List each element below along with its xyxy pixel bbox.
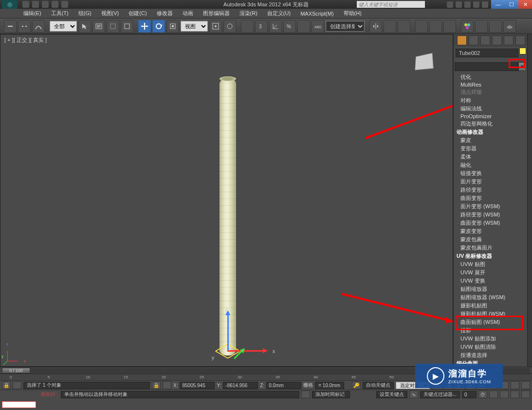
- info-icon[interactable]: [473, 1, 479, 8]
- window-maximize-button[interactable]: ☐: [505, 0, 518, 9]
- nav-max-button[interactable]: [521, 391, 530, 398]
- nav-zoomall-button[interactable]: [521, 381, 530, 389]
- setkey-button[interactable]: 设置关键点: [376, 391, 407, 398]
- modifier-item[interactable]: UVW 贴图清除: [454, 343, 527, 351]
- z-coord-input[interactable]: [266, 382, 301, 389]
- select-name-button[interactable]: [92, 20, 105, 33]
- menu-modifiers[interactable]: 修改器: [152, 9, 178, 18]
- modifier-item[interactable]: 曲面贴图 (WSM): [454, 318, 527, 326]
- modifier-item[interactable]: 按通道选择: [454, 351, 527, 359]
- link-button[interactable]: [4, 20, 17, 33]
- modifier-item[interactable]: 摄影机贴图: [454, 302, 527, 310]
- modifier-item[interactable]: UVW 贴图: [454, 260, 527, 268]
- modifier-item[interactable]: 蒙皮包裹面片: [454, 244, 527, 252]
- modifier-item[interactable]: 蒙皮变形: [454, 227, 527, 235]
- modifier-item[interactable]: 贴图缩放器 (WSM): [454, 293, 527, 302]
- add-time-tag[interactable]: 添加时间标记: [312, 391, 350, 398]
- hammer-icon[interactable]: [515, 36, 525, 45]
- unlink-button[interactable]: [18, 20, 31, 33]
- align-button[interactable]: [384, 20, 396, 33]
- edged-faces-icon[interactable]: [469, 36, 478, 45]
- nav-pan-button[interactable]: [489, 381, 498, 389]
- lock-selection-button[interactable]: 🔒: [2, 381, 11, 389]
- menu-edit[interactable]: 编辑(E): [18, 9, 46, 18]
- graphite-button[interactable]: [415, 20, 428, 33]
- modifier-list[interactable]: 优化MultiRes顶点焊接对称编辑法线ProOptimizer四边形网格化动画…: [454, 72, 527, 367]
- object-name-field[interactable]: Tube002: [456, 49, 518, 57]
- viewport[interactable]: [ + ][ 正交 ][ 真实 ] z x y z x y: [0, 34, 453, 367]
- modifier-item[interactable]: 优化: [454, 73, 527, 81]
- select-region-button[interactable]: [107, 20, 119, 33]
- help-search-input[interactable]: [357, 1, 425, 8]
- snap-toggle-button[interactable]: 3: [255, 20, 268, 33]
- modifier-item[interactable]: 投影: [454, 326, 527, 335]
- modifier-item[interactable]: ProOptimizer: [454, 113, 527, 120]
- bind-button[interactable]: [32, 20, 45, 33]
- current-frame-input[interactable]: [462, 391, 477, 398]
- tb-open-icon[interactable]: [32, 1, 39, 8]
- nav-dolly-button[interactable]: [500, 391, 509, 398]
- view-icon[interactable]: [504, 36, 514, 45]
- menu-grapheditors[interactable]: 图形编辑器: [198, 9, 235, 18]
- modifier-item[interactable]: 路径变形: [454, 186, 527, 194]
- modifier-item[interactable]: UVW 展开: [454, 268, 527, 277]
- nav-fov-button[interactable]: [511, 381, 519, 389]
- panel-scrollbar[interactable]: [527, 34, 532, 367]
- app-logo[interactable]: ◎: [2, 0, 18, 9]
- percent-snap-button[interactable]: %: [283, 20, 296, 33]
- window-crossing-button[interactable]: [121, 20, 133, 33]
- modifier-item[interactable]: UVW 变换: [454, 277, 527, 285]
- modifier-item[interactable]: 贴图缩放器: [454, 285, 527, 293]
- render-button[interactable]: [503, 20, 516, 33]
- modifier-item[interactable]: 链接变换: [454, 169, 527, 178]
- layer-button[interactable]: [398, 20, 410, 33]
- menu-help[interactable]: 帮助(H): [339, 9, 367, 18]
- object-color-swatch[interactable]: [519, 48, 526, 54]
- timeline-ruler[interactable]: 051015202530354045505560: [0, 374, 532, 380]
- goto-start-button[interactable]: ⏮: [432, 381, 442, 390]
- key-mode-button[interactable]: 🔑: [352, 381, 361, 389]
- nav-walk-button[interactable]: [511, 391, 519, 398]
- x-coord-input[interactable]: [180, 382, 215, 389]
- key-filters-button[interactable]: 关键点过滤器...: [420, 391, 460, 398]
- time-slider-thumb[interactable]: 0 / 100: [2, 368, 30, 374]
- selection-filter-dropdown[interactable]: 全部: [50, 21, 77, 32]
- y-coord-input[interactable]: [223, 382, 258, 389]
- manipulate-button[interactable]: [223, 20, 236, 33]
- modifier-item[interactable]: 曲面变形: [454, 194, 527, 202]
- tb-redo-icon[interactable]: [61, 1, 68, 8]
- nav-orbit-button[interactable]: [489, 391, 498, 398]
- time-config-button[interactable]: ⏱: [478, 391, 487, 398]
- select-move-button[interactable]: [138, 20, 151, 33]
- modifier-item[interactable]: 变形器: [454, 144, 527, 153]
- window-minimize-button[interactable]: —: [491, 0, 505, 9]
- modifier-item[interactable]: UVW 贴图添加: [454, 335, 527, 343]
- named-selection-dropdown[interactable]: 创建选择集: [326, 21, 365, 32]
- render-frame-button[interactable]: [489, 20, 502, 33]
- shade-toggle-icon[interactable]: [457, 36, 467, 45]
- modifier-item[interactable]: MultiRes: [454, 81, 527, 88]
- script-listener[interactable]: [2, 401, 36, 408]
- modifier-item[interactable]: 摄影机贴图 (WSM): [454, 310, 527, 318]
- material-editor-button[interactable]: [461, 20, 474, 33]
- menu-views[interactable]: 视图(V): [96, 9, 124, 18]
- modifier-item[interactable]: 编辑法线: [454, 105, 527, 113]
- menu-maxscript[interactable]: MAXScript(M): [295, 10, 338, 18]
- modifier-dropdown-button[interactable]: ▼: [518, 62, 526, 71]
- modifier-item[interactable]: 蒙皮包裹: [454, 235, 527, 244]
- autokey-button[interactable]: 自动关键点: [363, 382, 394, 389]
- select-rotate-button[interactable]: [152, 20, 165, 33]
- menu-animation[interactable]: 动画: [178, 9, 198, 18]
- key-filters-icon[interactable]: ∿: [409, 391, 418, 398]
- play-button[interactable]: ▶: [454, 381, 465, 390]
- tb-new-icon[interactable]: [22, 1, 29, 8]
- tb-undo-icon[interactable]: [52, 1, 58, 8]
- menu-customize[interactable]: 自定义(U): [262, 9, 295, 18]
- keyboard-shortcut-button[interactable]: [241, 20, 254, 33]
- prev-frame-button[interactable]: ◀: [443, 381, 454, 390]
- modifier-item[interactable]: 顶点焊接: [454, 88, 527, 96]
- menu-rendering[interactable]: 渲染(R): [235, 9, 262, 18]
- lock-transform-button[interactable]: 🔒: [152, 381, 161, 389]
- menu-group[interactable]: 组(G): [73, 9, 96, 18]
- viewport-label[interactable]: [ + ][ 正交 ][ 真实 ]: [4, 36, 47, 44]
